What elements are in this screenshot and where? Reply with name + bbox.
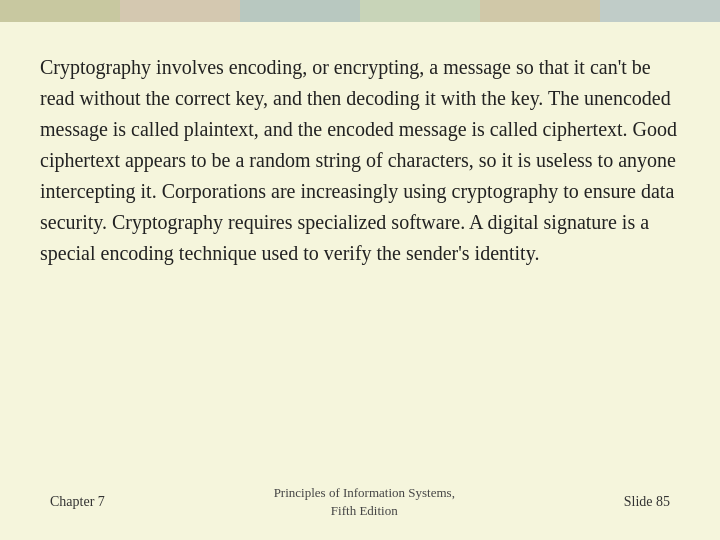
book-title: Principles of Information Systems, Fifth… <box>274 484 455 520</box>
book-title-line1: Principles of Information Systems, <box>274 485 455 500</box>
body-paragraph: Cryptography involves encoding, or encry… <box>40 52 680 269</box>
chapter-label: Chapter 7 <box>50 494 105 510</box>
color-segment-3 <box>240 0 360 22</box>
main-content: Cryptography involves encoding, or encry… <box>0 22 720 540</box>
color-segment-6 <box>600 0 720 22</box>
top-color-bar <box>0 0 720 22</box>
color-segment-4 <box>360 0 480 22</box>
slide-label: Slide 85 <box>624 494 670 510</box>
footer: Chapter 7 Principles of Information Syst… <box>40 484 680 520</box>
color-segment-1 <box>0 0 120 22</box>
color-segment-5 <box>480 0 600 22</box>
book-title-line2: Fifth Edition <box>331 503 398 518</box>
color-segment-2 <box>120 0 240 22</box>
